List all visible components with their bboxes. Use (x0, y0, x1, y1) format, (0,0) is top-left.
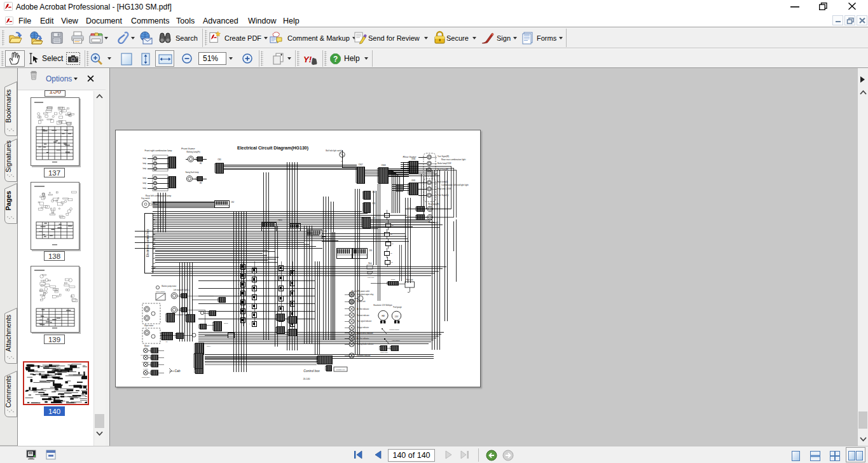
svg-text:Y!: Y! (303, 55, 312, 64)
svg-text:Electronic control box: Electronic control box (146, 228, 149, 257)
svg-text:Working lamp(Fr): Working lamp(Fr) (186, 151, 200, 153)
svg-text:Key switch: Key switch (141, 197, 150, 200)
svg-text:CN12: CN12 (224, 322, 228, 324)
svg-text:Wiring lamp: Wiring lamp (142, 377, 150, 378)
svg-text:HM: HM (382, 315, 385, 317)
svg-text:sw: sw (391, 261, 393, 263)
svg-text:CN14: CN14 (207, 345, 211, 347)
svg-text:Cab: Cab (174, 369, 180, 373)
svg-text:Charge indicator: Charge indicator (357, 326, 369, 329)
svg-text:Room lamp: Room lamp (142, 361, 150, 363)
svg-text:21/5W: 21/5W (446, 162, 451, 165)
svg-text:CN9: CN9 (369, 249, 373, 252)
svg-text:CN1: CN1 (217, 158, 221, 161)
svg-text:Left rear work light(L): Left rear work light(L) (174, 289, 189, 291)
svg-text:sw: sw (390, 252, 392, 254)
svg-text:Fuel unit: Fuel unit (406, 279, 413, 281)
svg-text:Washer pump motor: Washer pump motor (162, 285, 177, 287)
svg-text:CN30: CN30 (411, 158, 416, 160)
svg-text:CN5: CN5 (372, 202, 376, 205)
svg-text:?: ? (333, 55, 338, 64)
svg-text:Preheat indicator: Preheat indicator (357, 314, 369, 317)
svg-text:sw: sw (392, 243, 394, 244)
svg-text:sw: sw (390, 233, 392, 235)
svg-text:lamp: lamp (142, 182, 146, 184)
svg-text:Parking brake indicator: Parking brake indicator (357, 343, 374, 345)
svg-text:p9: p9 (154, 252, 155, 253)
svg-text:Eng oil press indicator: Eng oil press indicator (357, 332, 373, 335)
svg-text:CN31: CN31 (411, 179, 416, 182)
svg-text:CN17: CN17 (358, 163, 363, 166)
svg-text:lamp: lamp (142, 187, 146, 190)
svg-text:Wiper motor: Wiper motor (144, 324, 153, 327)
svg-text:Intermittent wiper relay: Intermittent wiper relay (357, 293, 374, 296)
svg-text:24V: 24V (395, 315, 398, 318)
svg-text:Left rear work light(R): Left rear work light(R) (174, 314, 189, 316)
svg-text:Horn: Horn (368, 262, 372, 265)
svg-text:Turn Signal(R): Turn Signal(R) (437, 155, 449, 158)
svg-text:Horn relay: Horn relay (367, 277, 375, 279)
svg-text:Fuel gauge: Fuel gauge (393, 306, 402, 308)
svg-text:Air filter indicator: Air filter indicator (357, 308, 369, 310)
svg-text:In.lamp: In.lamp (143, 368, 149, 370)
svg-text:CN8: CN8 (324, 230, 327, 233)
svg-text:Bolt hole light switch: Bolt hole light switch (326, 149, 342, 152)
svg-text:CN20: CN20 (391, 279, 396, 280)
svg-text:lamp: lamp (142, 177, 146, 179)
svg-text:lamp: lamp (142, 162, 146, 165)
svg-text:H4: H4 (200, 162, 202, 165)
svg-text:Room lamp(F): Room lamp(F) (141, 354, 150, 356)
svg-text:Lighting switch: Lighting switch (389, 329, 399, 331)
svg-text:CN18: CN18 (381, 164, 386, 167)
svg-text:Air filter indicator: Air filter indicator (357, 337, 369, 340)
svg-text:Blower: Blower (144, 345, 149, 347)
svg-text:CN4: CN4 (372, 191, 376, 193)
svg-text:Wiper relay: Wiper relay (380, 352, 389, 354)
svg-text:Rear lamp(R): Rear lamp(R) (429, 203, 439, 205)
svg-text:lamp: lamp (142, 157, 146, 160)
svg-text:Hourmeter 12V 3000rpm: Hourmeter 12V 3000rpm (373, 304, 392, 307)
svg-text:CN6: CN6 (372, 217, 376, 219)
svg-text:Front frame: Front frame (181, 147, 195, 150)
svg-text:Control box: Control box (303, 369, 320, 373)
svg-text:Combination left end light li: Combination left end light light (441, 184, 469, 186)
svg-text:Wiper switch: Wiper switch (156, 291, 165, 293)
svg-text:Nighttime indicator: Nighttime indicator (357, 354, 371, 357)
svg-text:Horn switch: Horn switch (392, 340, 400, 342)
svg-text:CN10: CN10 (278, 219, 282, 222)
svg-text:Electrical Circuit Diagram(HG1: Electrical Circuit Diagram(HG130) (237, 146, 308, 151)
svg-text:Rear left/Rr power outlet: Rear left/Rr power outlet (352, 290, 369, 293)
svg-text:sw: sw (392, 225, 394, 226)
svg-text:20-140: 20-140 (303, 378, 310, 380)
svg-text:Front right combination lamp: Front right combination lamp (145, 149, 172, 152)
svg-text:Resistor unit: Resistor unit (336, 369, 345, 371)
svg-text:lamp: lamp (142, 167, 146, 170)
svg-text:Back lamp(L): Back lamp(L) (437, 181, 448, 183)
svg-text:Rear rear combination light: Rear rear combination light (441, 158, 465, 161)
svg-text:Turn signal indicator: Turn signal indicator (357, 320, 371, 322)
svg-text:CN2: CN2 (231, 201, 235, 204)
svg-text:H3: H3 (200, 182, 202, 184)
svg-text:Brake lamp: Brake lamp (437, 162, 447, 165)
svg-text:sw: sw (390, 214, 392, 216)
svg-text:Swing flash lamp: Swing flash lamp (185, 171, 199, 174)
